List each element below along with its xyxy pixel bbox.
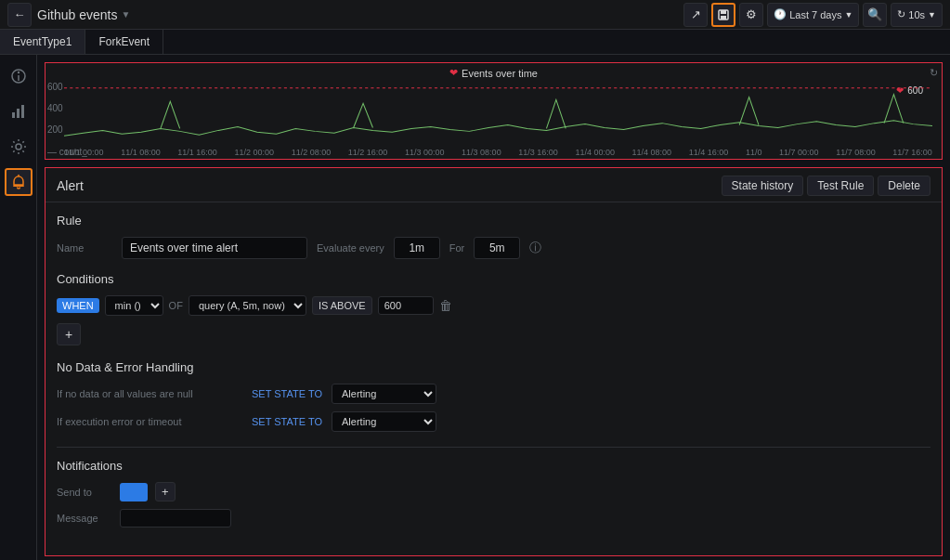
sidebar-item-chart[interactable] [5, 98, 33, 125]
refresh-icon: ↻ [897, 8, 905, 20]
chart-x-labels: 11/1 00:00 11/1 08:00 11/1 16:00 11/2 00… [64, 148, 932, 157]
rule-name-row: Name Evaluate every For ⓘ [57, 237, 930, 259]
state-history-button[interactable]: State history [722, 176, 804, 196]
tabs-bar: EventType1 ForkEvent [0, 30, 950, 55]
svg-point-9 [16, 144, 21, 150]
dashboard-title: Github events ▼ [37, 7, 130, 22]
chart-legend: — count_ [47, 147, 87, 157]
no-data-row: If no data or all values are null SET ST… [57, 384, 930, 404]
alert-title: Alert [57, 178, 84, 193]
evaluate-input[interactable] [394, 237, 440, 259]
refresh-text: 10s [908, 9, 925, 20]
y-label-400: 400 [47, 103, 63, 113]
back-button[interactable]: ← [7, 3, 32, 27]
time-range-text: Last 7 days [789, 9, 841, 20]
svg-rect-1 [721, 10, 726, 14]
notifications-section: Notifications Send to + Message [57, 447, 930, 527]
save-button[interactable] [711, 3, 735, 27]
time-chevron: ▼ [844, 10, 852, 20]
delete-condition-icon[interactable]: 🗑 [439, 298, 452, 313]
execution-state-select[interactable]: Alerting Keep Last State Error [332, 411, 436, 432]
x-label-5: 11/2 16:00 [348, 148, 388, 157]
topbar-left: ← Github events ▼ [7, 3, 130, 27]
tab-forkevent-label: ForkEvent [98, 35, 150, 48]
no-data-label: If no data or all values are null [57, 388, 242, 399]
svg-rect-6 [12, 112, 15, 118]
conditions-title: Conditions [57, 272, 930, 286]
send-to-row: Send to + [57, 482, 930, 501]
no-data-state-select[interactable]: Alerting No Data Keep Last State OK [332, 384, 436, 404]
min-select[interactable]: min () [105, 295, 163, 316]
svg-point-4 [17, 72, 19, 73]
topbar: ← Github events ▼ ↗ ⚙ 🕐 Last 7 days ▼ 🔍 … [0, 0, 950, 30]
chart-canvas [64, 84, 932, 142]
conditions-section: Conditions WHEN min () OF query (A, 5m, … [57, 272, 930, 345]
heart-icon: ❤ [449, 67, 458, 79]
message-row: Message [57, 509, 930, 527]
test-rule-button[interactable]: Test Rule [807, 176, 874, 196]
set-state-to-2: SET STATE TO [252, 416, 322, 427]
chart-legend-text: — count_ [47, 147, 87, 157]
delete-button[interactable]: Delete [878, 176, 930, 196]
message-input[interactable] [120, 509, 231, 527]
x-label-6: 11/3 00:00 [405, 148, 445, 157]
query-select[interactable]: query (A, 5m, now) [189, 295, 306, 316]
time-range-selector[interactable]: 🕐 Last 7 days ▼ [767, 3, 859, 27]
x-label-3: 11/2 00:00 [234, 148, 274, 157]
refresh-selector[interactable]: ↻ 10s ▼ [891, 3, 943, 27]
info-icon: ⓘ [529, 240, 541, 256]
x-label-12: 11/0 [746, 148, 762, 157]
content-area: ❤ Events over time ↻ ❤ 600 600 400 200 [37, 55, 950, 560]
x-label-2: 11/1 16:00 [177, 148, 217, 157]
search-button[interactable]: 🔍 [863, 3, 887, 27]
sidebar-item-menu[interactable] [5, 62, 33, 90]
condition-row: WHEN min () OF query (A, 5m, now) IS ABO… [57, 295, 930, 316]
send-to-label: Send to [57, 487, 112, 498]
svg-rect-2 [721, 16, 726, 20]
sidebar [0, 55, 37, 560]
name-label: Name [57, 242, 112, 254]
svg-rect-7 [17, 109, 20, 118]
no-data-section: No Data & Error Handling If no data or a… [57, 360, 930, 432]
title-chevron[interactable]: ▼ [121, 9, 130, 20]
x-label-14: 11/7 08:00 [836, 148, 876, 157]
svg-rect-8 [21, 105, 24, 118]
x-label-15: 11/7 16:00 [892, 148, 932, 157]
sidebar-item-alerts[interactable] [5, 168, 33, 196]
set-state-to-1: SET STATE TO [252, 388, 322, 399]
for-label: For [449, 242, 465, 254]
alert-panel-actions: State history Test Rule Delete [722, 176, 930, 196]
add-condition-button[interactable]: + [57, 323, 81, 345]
threshold-input[interactable] [378, 296, 434, 315]
title-text: Github events [37, 7, 117, 22]
x-label-4: 11/2 08:00 [292, 148, 332, 157]
is-above-badge: IS ABOVE [312, 296, 372, 315]
name-input[interactable] [122, 237, 307, 259]
alert-panel-header: Alert State history Test Rule Delete [46, 168, 942, 202]
x-label-13: 11/7 00:00 [779, 148, 819, 157]
rule-section-title: Rule [57, 214, 930, 228]
chart-refresh-icon: ↻ [930, 67, 938, 79]
sidebar-item-settings[interactable] [5, 133, 33, 161]
x-label-9: 11/4 00:00 [575, 148, 615, 157]
for-input[interactable] [474, 237, 520, 259]
share-button[interactable]: ↗ [683, 3, 708, 27]
no-data-title: No Data & Error Handling [57, 360, 930, 374]
tab-forkevent[interactable]: ForkEvent [85, 30, 163, 54]
x-label-7: 11/3 08:00 [462, 148, 501, 157]
chart-title-text: Events over time [462, 68, 538, 79]
evaluate-label: Evaluate every [317, 242, 384, 254]
tab-eventtype1-label: EventType1 [13, 35, 72, 48]
y-label-200: 200 [47, 124, 63, 135]
message-label: Message [57, 513, 112, 524]
x-label-8: 11/3 16:00 [518, 148, 558, 157]
add-send-to-button[interactable]: + [155, 482, 176, 501]
topbar-right: ↗ ⚙ 🕐 Last 7 days ▼ 🔍 ↻ 10s ▼ [683, 3, 943, 27]
execution-error-label: If execution error or timeout [57, 416, 242, 427]
tab-eventtype1[interactable]: EventType1 [0, 30, 85, 54]
alert-panel: Alert State history Test Rule Delete Rul… [45, 167, 943, 556]
x-label-10: 11/4 08:00 [632, 148, 672, 157]
execution-error-row: If execution error or timeout SET STATE … [57, 411, 930, 432]
gear-button[interactable]: ⚙ [739, 3, 763, 27]
chart-svg [64, 84, 932, 142]
